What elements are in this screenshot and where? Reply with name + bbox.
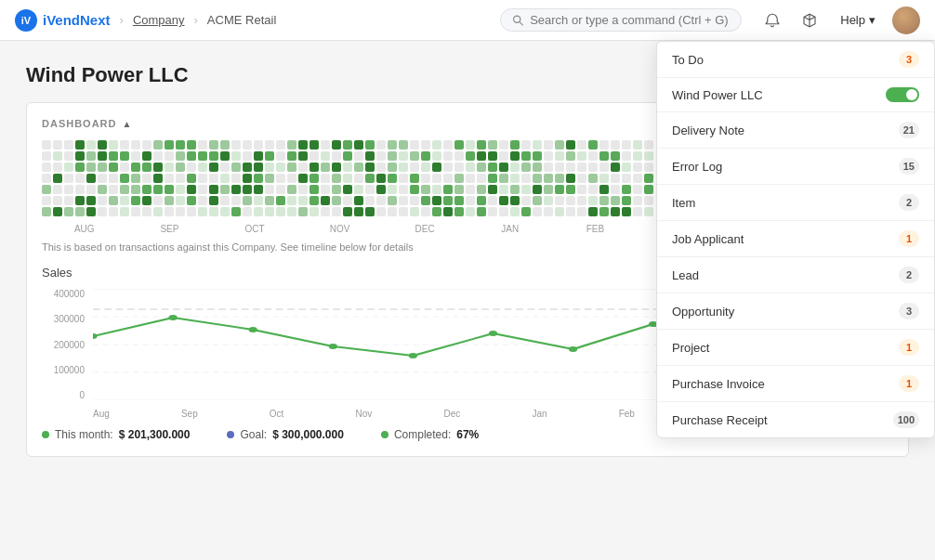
user-avatar[interactable]: [892, 7, 920, 34]
heatmap-cell: [499, 151, 508, 161]
svg-line-1: [520, 21, 522, 24]
heatmap-cell: [443, 207, 453, 216]
heatmap-cell: [176, 174, 185, 183]
heatmap-cell: [176, 196, 185, 205]
tags-icon[interactable]: [796, 7, 823, 34]
help-menu[interactable]: Help ▾: [833, 9, 883, 31]
heatmap-cell: [53, 140, 62, 150]
dropdown-item-project[interactable]: Project1: [657, 330, 934, 366]
dropdown-item-lead[interactable]: Lead2: [657, 257, 934, 293]
heatmap-cell: [198, 140, 207, 150]
heatmap-cell: [220, 185, 230, 194]
heatmap-cell: [276, 140, 285, 150]
dropdown-item-error-log[interactable]: Error Log15: [657, 149, 934, 185]
heatmap-cell: [533, 174, 542, 183]
heatmap-cell: [510, 151, 520, 161]
heatmap-cell: [53, 207, 62, 216]
heatmap-cell: [399, 140, 408, 150]
heatmap-cell: [388, 174, 397, 183]
heatmap-cell: [309, 196, 319, 205]
heatmap-cell: [321, 151, 330, 161]
dropdown-label-project: Project: [672, 341, 709, 355]
stat-goal: Goal: $ 300,000.000: [227, 428, 343, 441]
heatmap-cell: [287, 140, 296, 150]
heatmap-cell: [388, 163, 397, 172]
heatmap-cell: [477, 140, 486, 150]
heatmap-cell: [488, 163, 497, 172]
heatmap-cell: [388, 185, 397, 194]
heatmap-cell: [265, 196, 274, 205]
heatmap-cell: [622, 140, 631, 150]
heatmap-cell: [521, 163, 531, 172]
heatmap-cell: [454, 174, 464, 183]
heatmap-cell: [611, 185, 620, 194]
heatmap-cell: [187, 163, 196, 172]
heatmap-cell: [53, 151, 62, 161]
heatmap-cell: [187, 174, 196, 183]
heatmap-cell: [98, 207, 107, 216]
heatmap-cell: [555, 140, 564, 150]
stat-goal-dot: [227, 431, 234, 438]
heatmap-cell: [533, 140, 542, 150]
heatmap-cell: [633, 140, 642, 150]
heatmap-cell: [153, 151, 163, 161]
dropdown-item-purchase-invoice[interactable]: Purchase Invoice1: [657, 366, 934, 402]
heatmap-cell: [298, 163, 308, 172]
dropdown-item-label-container: Item: [672, 196, 695, 210]
heatmap-cell: [131, 151, 140, 161]
dropdown-item-label-container: Project: [672, 341, 709, 355]
heatmap-cell: [298, 207, 308, 216]
heatmap-cell: [165, 140, 174, 150]
badge-error-log: 15: [899, 158, 919, 175]
heatmap-cell: [365, 140, 375, 150]
heatmap-cell: [365, 174, 375, 183]
dropdown-item-label-container: To Do: [672, 53, 704, 67]
heatmap-cell: [410, 140, 419, 150]
dropdown-item-purchase-receipt[interactable]: Purchase Receipt100: [657, 402, 934, 437]
dropdown-label-error-log: Error Log: [672, 160, 722, 174]
heatmap-cell: [388, 207, 397, 216]
heatmap-cell: [332, 140, 341, 150]
app-logo[interactable]: iV iVendNext: [15, 9, 111, 32]
toggle-switch[interactable]: [886, 87, 919, 102]
heatmap-cell: [432, 174, 441, 183]
dropdown-item-item[interactable]: Item2: [657, 185, 934, 221]
heatmap-cell: [53, 196, 62, 205]
heatmap-cell: [365, 163, 375, 172]
heatmap-cell: [354, 140, 363, 150]
heatmap-cell: [499, 174, 508, 183]
dropdown-item-wind-power[interactable]: Wind Power LLC: [657, 78, 934, 112]
dropdown-label-todo: To Do: [672, 53, 704, 67]
heatmap-cell: [86, 207, 96, 216]
heatmap-cell: [243, 207, 252, 216]
heatmap-cell: [321, 196, 330, 205]
dropdown-item-job-applicant[interactable]: Job Applicant1: [657, 221, 934, 257]
heatmap-cell: [454, 163, 464, 172]
stat-completed-value: 67%: [456, 428, 479, 441]
heatmap-cell: [588, 140, 598, 150]
heatmap-cell: [466, 163, 475, 172]
search-input[interactable]: [530, 13, 730, 27]
heatmap-cell: [533, 207, 542, 216]
breadcrumb-company[interactable]: Company: [133, 13, 185, 27]
dropdown-item-delivery-note[interactable]: Delivery Note21: [657, 112, 934, 149]
heatmap-cell: [120, 185, 129, 194]
heatmap-cell: [577, 174, 586, 183]
dropdown-item-opportunity[interactable]: Opportunity3: [657, 293, 934, 330]
heatmap-cell: [220, 163, 230, 172]
heatmap-cell: [421, 151, 430, 161]
heatmap-cell: [611, 174, 620, 183]
dropdown-item-todo[interactable]: To Do3: [657, 42, 934, 78]
heatmap-cell: [265, 163, 274, 172]
heatmap-cell: [265, 185, 274, 194]
heatmap-cell: [432, 151, 441, 161]
heatmap-cell: [488, 174, 497, 183]
dashboard-chevron[interactable]: ▲: [123, 119, 133, 129]
heatmap-cell: [153, 163, 163, 172]
heatmap-cell: [187, 140, 196, 150]
heatmap-cell: [555, 151, 564, 161]
heatmap-cell: [622, 163, 631, 172]
notifications-icon[interactable]: [758, 7, 786, 34]
search-bar[interactable]: [500, 8, 742, 32]
heatmap-cell: [209, 140, 218, 150]
